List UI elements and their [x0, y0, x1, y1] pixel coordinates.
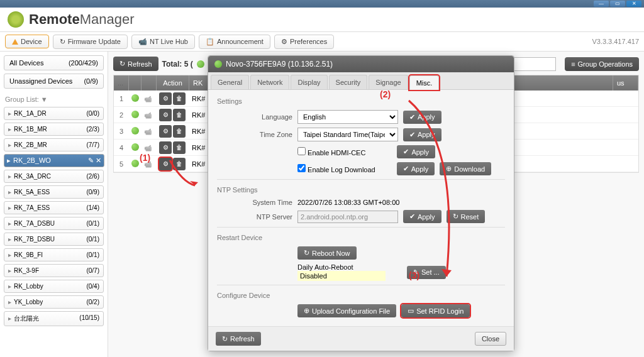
system-time-value: 2022/07/26 13:08:33 GMT+08:00: [297, 199, 399, 206]
tab-signage[interactable]: Signage: [369, 75, 408, 89]
tab-display[interactable]: Display: [291, 75, 327, 89]
ntp-server-input[interactable]: [297, 211, 398, 223]
group-item[interactable]: ▸RK_5A_ESS(0/9): [4, 185, 104, 199]
announcement-button[interactable]: 📋 Announcement: [199, 35, 270, 49]
group-list-header[interactable]: Group List: ▼: [4, 92, 104, 107]
auto-reboot-label: Daily Auto-Reboot: [297, 263, 386, 271]
app-title: RemoteManager: [29, 11, 135, 28]
main-toolbar: Device ↻ Firmware Update 📹 NT Live Hub 📋…: [0, 31, 644, 52]
auto-reboot-value: Disabled: [297, 271, 386, 281]
apply-ntp-button[interactable]: ✔ Apply: [403, 210, 441, 223]
language-select[interactable]: English: [297, 110, 398, 124]
group-item[interactable]: ▸RK_7B_DSBU(0/1): [4, 233, 104, 246]
refresh-button[interactable]: ↻ Refresh: [113, 57, 158, 71]
ntp-server-label: NTP Server: [217, 213, 292, 221]
window-titlebar: — ▭ ✕: [0, 0, 644, 8]
modal-header: Novo-3756FE9A9 (10.136.2.51): [208, 56, 514, 72]
device-settings-modal: Novo-3756FE9A9 (10.136.2.51) GeneralNetw…: [208, 55, 514, 351]
app-header: RemoteManager: [0, 8, 644, 31]
tab-misc[interactable]: Misc.: [409, 75, 440, 90]
hdmi-cec-checkbox[interactable]: Enable HDMI-CEC: [297, 147, 365, 157]
gear-icon[interactable]: ⚙: [159, 125, 172, 138]
group-item[interactable]: ▸RK_2B_MR(7/7): [4, 138, 104, 151]
minimize-button[interactable]: —: [594, 1, 609, 7]
trash-icon[interactable]: 🗑: [173, 125, 186, 138]
timezone-select[interactable]: Taipei Standard Time(Taipei) (GI: [297, 128, 398, 141]
configure-section-header: Configure Device: [217, 292, 505, 299]
tab-general[interactable]: General: [211, 75, 249, 89]
trash-icon[interactable]: 🗑: [173, 92, 186, 105]
status-dot-icon: [197, 60, 204, 68]
preferences-button[interactable]: ⚙ Preferences: [274, 35, 334, 49]
gear-icon[interactable]: ⚙: [159, 158, 172, 170]
group-item[interactable]: ▸RK_1A_DR(0/0): [4, 107, 104, 120]
set-auto-reboot-button[interactable]: ✎ Set ...: [407, 266, 446, 279]
status-dot-icon: [214, 60, 222, 68]
device-button[interactable]: Device: [5, 35, 49, 48]
modal-close-button[interactable]: Close: [475, 332, 506, 346]
group-item[interactable]: ▸RK_9B_FI(0/1): [4, 248, 104, 261]
group-item[interactable]: ▸RK_1B_MR(2/3): [4, 123, 104, 136]
modal-title: Novo-3756FE9A9 (10.136.2.51): [226, 60, 333, 69]
group-item[interactable]: ▸台北陽光(10/15): [4, 311, 104, 326]
apply-timezone-button[interactable]: ✔ Apply: [403, 128, 441, 141]
trash-icon[interactable]: 🗑: [173, 109, 186, 121]
group-item[interactable]: ▸RK_3A_DRC(2/6): [4, 170, 104, 183]
gear-icon[interactable]: ⚙: [159, 109, 172, 121]
timezone-label: Time Zone: [217, 131, 292, 138]
reboot-now-button[interactable]: ↻ Reboot Now: [297, 246, 357, 260]
apply-log-button[interactable]: ✔ Apply: [397, 162, 435, 175]
download-log-button[interactable]: ⊕ Download: [440, 162, 491, 175]
gear-icon[interactable]: ⚙: [159, 141, 172, 154]
settings-section-header: Settings: [217, 97, 505, 105]
group-item[interactable]: ▸YK_Lobby(0/2): [4, 295, 104, 309]
group-operations-button[interactable]: ≡ Group Operations: [565, 57, 639, 71]
group-item[interactable]: ▸RK_7A_DSBU(0/1): [4, 217, 104, 230]
app-logo-icon: [8, 11, 24, 28]
ntp-section-header: NTP Settings: [217, 186, 505, 194]
group-item[interactable]: ▸RK_Lobby(0/4): [4, 280, 104, 293]
reset-ntp-button[interactable]: ↻ Reset: [447, 210, 486, 223]
warning-icon: [12, 39, 18, 45]
sidebar: All Devices(200/429) Unassigned Devices(…: [0, 52, 108, 357]
group-item[interactable]: ▸RK_3-9F(0/7): [4, 264, 104, 277]
apply-hdmi-button[interactable]: ✔ Apply: [397, 145, 435, 158]
log-download-checkbox[interactable]: Enable Log Download: [297, 164, 375, 173]
modal-refresh-button[interactable]: ↻ Refresh: [216, 332, 261, 346]
set-rfid-login-button[interactable]: ▭ Set RFID Login: [401, 304, 470, 317]
upload-config-button[interactable]: ⊕ Upload Configuration File: [297, 304, 396, 317]
group-item[interactable]: ▸RK_2B_WO ✎ ✕: [4, 154, 104, 167]
modal-tabs: GeneralNetworkDisplaySecuritySignageMisc…: [208, 72, 514, 90]
group-item[interactable]: ▸RK_7A_ESS(1/4): [4, 201, 104, 214]
trash-icon[interactable]: 🗑: [173, 158, 186, 170]
apply-language-button[interactable]: ✔ Apply: [403, 111, 441, 124]
sidebar-all-devices[interactable]: All Devices(200/429): [4, 55, 104, 70]
version-label: V3.3.3.417.417: [592, 38, 639, 45]
maximize-button[interactable]: ▭: [610, 1, 625, 7]
firmware-update-button[interactable]: ↻ Firmware Update: [53, 35, 128, 49]
trash-icon[interactable]: 🗑: [173, 141, 186, 154]
total-count: Total: 5 (: [162, 60, 193, 69]
system-time-label: System Time: [217, 199, 292, 206]
gear-icon[interactable]: ⚙: [159, 92, 172, 105]
tab-network[interactable]: Network: [250, 75, 289, 89]
close-window-button[interactable]: ✕: [626, 1, 641, 7]
sidebar-unassigned[interactable]: Unassigned Devices(0/9): [4, 74, 104, 89]
restart-section-header: Restart Device: [217, 234, 505, 241]
tab-security[interactable]: Security: [329, 75, 368, 89]
language-label: Language: [217, 113, 292, 121]
nt-live-hub-button[interactable]: 📹 NT Live Hub: [131, 35, 195, 49]
